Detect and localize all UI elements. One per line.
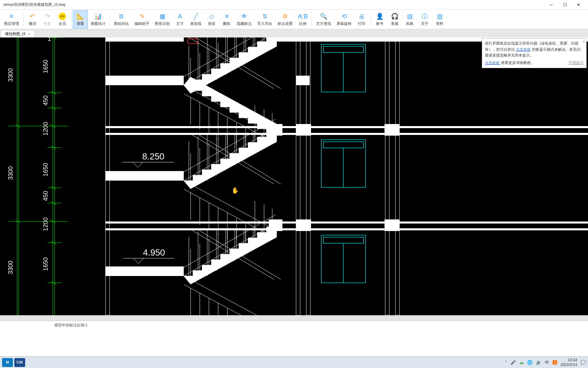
tray-sogou-icon[interactable]: S bbox=[553, 360, 557, 365]
tool-redo[interactable]: ↷恢复 bbox=[40, 10, 55, 29]
dim-1650-2: 1650 bbox=[42, 163, 49, 177]
shape-label: 形状 bbox=[208, 21, 215, 26]
measure-label: 测量 bbox=[77, 21, 84, 26]
tool-style[interactable]: ▤风格 bbox=[402, 10, 417, 29]
account-icon: 👤 bbox=[376, 12, 384, 20]
main-toolbar: ≡图层管理↶撤消↷恢复VIP会员📐测量📊测量统计🗎图纸对比✎编辑助手▦图形识别A… bbox=[0, 10, 588, 29]
print-label: 打印 bbox=[358, 21, 365, 26]
svg-rect-17 bbox=[385, 37, 389, 315]
layers-label: 图层管理 bbox=[4, 21, 19, 26]
dim-top-frag: 1 bbox=[48, 37, 51, 42]
svg-rect-38 bbox=[323, 46, 363, 52]
tab-label: 楼结构图_t3 bbox=[5, 31, 25, 36]
svg-rect-18 bbox=[395, 37, 399, 315]
find-text-icon: 🔍 bbox=[320, 12, 328, 20]
tool-support[interactable]: 🎧客服 bbox=[387, 10, 402, 29]
style-label: 风格 bbox=[406, 21, 413, 26]
tray-network-icon[interactable]: 🌐 bbox=[527, 360, 533, 365]
tool-line[interactable]: ╱画直线 bbox=[187, 10, 204, 29]
windows-taskbar: M VJK ˄ 🎤 ☁ 🌐 🔊 中 S 10:43 2022/2/14 💬 bbox=[0, 356, 588, 368]
tray-cloud-icon[interactable]: ☁ bbox=[519, 360, 524, 365]
style-icon: ▤ bbox=[406, 12, 414, 20]
tool-compare[interactable]: 🗎图纸对比 bbox=[111, 10, 132, 29]
taskbar-app-1[interactable]: M bbox=[2, 358, 13, 367]
measure-stats-icon: 📊 bbox=[94, 12, 102, 20]
toolbar-separator bbox=[371, 13, 371, 26]
redo-label: 恢复 bbox=[44, 21, 51, 26]
find-text-label: 文字查找 bbox=[316, 21, 331, 26]
tray-ime-icon-1[interactable]: 中 bbox=[545, 359, 549, 366]
tool-measure[interactable]: 📐测量 bbox=[73, 10, 88, 29]
dim-1200-1: 1200 bbox=[42, 122, 49, 136]
shape-recog-label: 图形识别 bbox=[155, 21, 170, 26]
tool-measure-stats[interactable]: 📊测量统计 bbox=[88, 10, 108, 29]
tool-shape[interactable]: ◇形状 bbox=[204, 10, 219, 29]
svg-rect-26 bbox=[296, 124, 311, 136]
tool-account[interactable]: 👤账号 bbox=[372, 10, 387, 29]
tray-volume-icon[interactable]: 🔊 bbox=[536, 360, 541, 365]
vip-label: 会员 bbox=[59, 21, 66, 26]
elevation-8250: 8.250 bbox=[122, 151, 174, 167]
tool-ann-settings[interactable]: ⚙标注设置 bbox=[275, 10, 295, 29]
dim-1650-1: 1650 bbox=[42, 60, 49, 73]
svg-rect-32 bbox=[296, 219, 311, 231]
status-bar: 模型中的标注比例:1 bbox=[0, 321, 588, 329]
scale-icon: A:B bbox=[299, 12, 307, 20]
tool-import-export[interactable]: ⇅导入导出 bbox=[255, 10, 275, 29]
tray-mic-icon[interactable]: 🎤 bbox=[510, 360, 516, 365]
horizontal-scrollbar[interactable] bbox=[0, 315, 588, 321]
tool-resources[interactable]: ▥资料 bbox=[432, 10, 447, 29]
tab-close-button[interactable]: × bbox=[28, 32, 30, 36]
status-scale-text: 模型中的标注比例:1 bbox=[54, 323, 87, 328]
window-maximize-button[interactable]: ☐ bbox=[558, 1, 572, 9]
tray-clock[interactable]: 10:43 2022/2/14 bbox=[560, 358, 577, 367]
document-tab[interactable]: 楼结构图_t3 × bbox=[1, 30, 35, 37]
tool-vip[interactable]: VIP会员 bbox=[55, 10, 70, 29]
dim-3300-2: 3300 bbox=[7, 166, 14, 180]
hint-link-tutorial[interactable]: 点击此处 bbox=[485, 61, 500, 65]
system-tray: ˄ 🎤 ☁ 🌐 🔊 中 S 10:43 2022/2/14 💬 bbox=[505, 358, 586, 367]
elevation-4950: 4.950 bbox=[123, 247, 174, 263]
tool-find-text[interactable]: 🔍文字查找 bbox=[313, 10, 334, 29]
hint-no-remind-link[interactable]: 不再提示 bbox=[569, 60, 584, 66]
tray-notifications-icon[interactable]: 💬 bbox=[581, 360, 586, 365]
toolbar-separator bbox=[71, 13, 71, 26]
dim-1650-3: 1650 bbox=[42, 257, 49, 271]
tool-rotate-screen[interactable]: ⟲屏幕旋转 bbox=[334, 10, 354, 29]
svg-rect-21 bbox=[105, 76, 184, 85]
tool-undo[interactable]: ↶撤消 bbox=[25, 10, 40, 29]
layers-icon: ≡ bbox=[7, 12, 16, 20]
edit-helper-icon: ✎ bbox=[138, 12, 146, 20]
hint-link-switch-mode[interactable]: 点击此处 bbox=[516, 47, 531, 51]
windows bbox=[321, 44, 365, 283]
svg-rect-29 bbox=[105, 221, 588, 224]
window-minimize-button[interactable]: ─ bbox=[544, 1, 558, 9]
line-label: 画直线 bbox=[190, 21, 201, 26]
delete-icon: ✕ bbox=[223, 12, 231, 20]
text-icon: A bbox=[176, 12, 184, 20]
about-label: 关于 bbox=[421, 21, 428, 26]
tool-edit-helper[interactable]: ✎编辑助手 bbox=[132, 10, 152, 29]
compare-icon: 🗎 bbox=[117, 12, 126, 20]
toolbar-separator bbox=[312, 13, 312, 26]
window-titlebar: :sktop\培训模型\宿舍楼建筑图_t3.dwg ─ ☐ ✕ bbox=[0, 0, 588, 10]
tool-shape-recog[interactable]: ▦图形识别 bbox=[152, 10, 173, 29]
ann-settings-icon: ⚙ bbox=[281, 12, 289, 20]
tool-scale[interactable]: A:B比例 bbox=[295, 10, 310, 29]
svg-rect-23 bbox=[105, 126, 588, 128]
window-close-button[interactable]: ✕ bbox=[572, 1, 585, 9]
drawing-canvas[interactable]: 3300 3300 3300 1650 450 1200 1650 450 12… bbox=[0, 37, 588, 315]
about-icon: ⓘ bbox=[421, 12, 429, 20]
tool-text[interactable]: A文字 bbox=[173, 10, 187, 29]
toolbar-separator bbox=[110, 13, 110, 26]
hint-close-button[interactable]: × bbox=[583, 39, 585, 45]
tool-layers[interactable]: ≡图层管理 bbox=[1, 10, 22, 29]
tray-chevron-icon[interactable]: ˄ bbox=[505, 360, 507, 365]
tool-about[interactable]: ⓘ关于 bbox=[417, 10, 432, 29]
taskbar-app-2[interactable]: VJK bbox=[14, 358, 25, 367]
dim-3300-3: 3300 bbox=[7, 261, 14, 274]
edit-helper-label: 编辑助手 bbox=[134, 21, 149, 26]
tool-print[interactable]: 🖨打印 bbox=[354, 10, 369, 29]
tool-delete[interactable]: ✕删除 bbox=[219, 10, 234, 29]
tool-hide-ann[interactable]: 👁隐藏标注 bbox=[234, 10, 255, 29]
